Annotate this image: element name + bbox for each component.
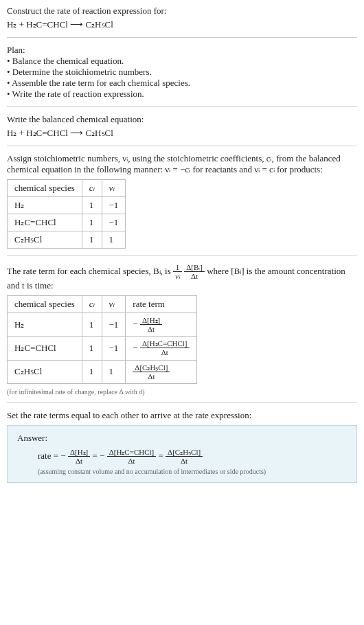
fraction: Δ[H₂C=CHCl] Δt [107, 448, 157, 465]
fraction: Δ[C₂H₅Cl] Δt [133, 363, 170, 380]
rate-terms-table: chemical species cᵢ νᵢ rate term H₂ 1 −1… [7, 295, 197, 384]
answer-expression: rate = − Δ[H₂] Δt = − Δ[H₂C=CHCl] Δt = Δ… [38, 448, 347, 465]
cell-rate-term: − Δ[H₂] Δt [126, 313, 196, 337]
balanced-title: Write the balanced chemical equation: [7, 114, 357, 125]
rate-terms-footnote: (for infinitesimal rate of change, repla… [7, 388, 357, 396]
table-row: H₂C=CHCl 1 −1 [8, 214, 126, 231]
table-header-row: chemical species cᵢ νᵢ rate term [8, 296, 197, 313]
cell-c: 1 [82, 337, 102, 360]
divider [7, 106, 357, 107]
stoich-table: chemical species cᵢ νᵢ H₂ 1 −1 H₂C=CHCl … [7, 179, 126, 249]
col-header: νᵢ [102, 180, 126, 197]
cell-rate-term: − Δ[H₂C=CHCl] Δt [126, 337, 196, 360]
cell-species: C₂H₅Cl [8, 231, 82, 249]
cell-c: 1 [82, 197, 102, 214]
cell-c: 1 [82, 360, 102, 383]
fraction: Δ[Bᵢ] Δt [184, 263, 205, 280]
plan-section: Plan: • Balance the chemical equation. •… [7, 45, 357, 100]
cell-rate-term: Δ[C₂H₅Cl] Δt [126, 360, 196, 383]
final-section: Set the rate terms equal to each other t… [7, 410, 357, 483]
final-instruction: Set the rate terms equal to each other t… [7, 410, 357, 421]
cell-c: 1 [82, 214, 102, 231]
cell-species: C₂H₅Cl [8, 360, 82, 383]
cell-species: H₂C=CHCl [8, 214, 82, 231]
divider [7, 37, 357, 38]
col-header: chemical species [8, 180, 82, 197]
plan-title: Plan: [7, 45, 357, 56]
cell-c: 1 [82, 231, 102, 249]
stoich-section: Assign stoichiometric numbers, νᵢ, using… [7, 153, 357, 249]
cell-v: −1 [102, 313, 126, 337]
fraction: 1 νᵢ [173, 263, 182, 280]
cell-c: 1 [82, 313, 102, 337]
table-header-row: chemical species cᵢ νᵢ [8, 180, 126, 197]
fraction: Δ[C₂H₅Cl] Δt [166, 448, 203, 465]
divider [7, 146, 357, 146]
cell-species: H₂ [8, 313, 82, 337]
fraction: Δ[H₂C=CHCl] Δt [140, 339, 190, 356]
cell-species: H₂C=CHCl [8, 337, 82, 360]
answer-box: Answer: rate = − Δ[H₂] Δt = − Δ[H₂C=CHCl… [7, 425, 357, 483]
intro-title: Construct the rate of reaction expressio… [7, 5, 357, 16]
answer-footnote: (assuming constant volume and no accumul… [38, 468, 347, 475]
plan-item: • Balance the chemical equation. [7, 56, 357, 67]
cell-species: H₂ [8, 197, 82, 214]
rate-terms-section: The rate term for each chemical species,… [7, 263, 357, 396]
intro-equation: H₂ + H₂C=CHCl ⟶ C₂H₅Cl [7, 19, 357, 30]
divider [7, 402, 357, 403]
col-header: νᵢ [102, 296, 126, 313]
table-row: H₂C=CHCl 1 −1 − Δ[H₂C=CHCl] Δt [8, 337, 197, 360]
stoich-text: Assign stoichiometric numbers, νᵢ, using… [7, 153, 357, 175]
rate-terms-text: The rate term for each chemical species,… [7, 263, 357, 291]
cell-v: −1 [102, 197, 126, 214]
cell-v: −1 [102, 214, 126, 231]
cell-v: 1 [102, 360, 126, 383]
col-header: rate term [126, 296, 196, 313]
answer-label: Answer: [17, 433, 347, 444]
balanced-equation: H₂ + H₂C=CHCl ⟶ C₂H₅Cl [7, 128, 357, 139]
plan-item: • Determine the stoichiometric numbers. [7, 67, 357, 78]
intro-section: Construct the rate of reaction expressio… [7, 5, 357, 30]
fraction: Δ[H₂] Δt [68, 448, 90, 465]
col-header: cᵢ [82, 296, 102, 313]
table-row: H₂ 1 −1 − Δ[H₂] Δt [8, 313, 197, 337]
cell-v: 1 [102, 231, 126, 249]
col-header: cᵢ [82, 180, 102, 197]
table-row: C₂H₅Cl 1 1 [8, 231, 126, 249]
balanced-section: Write the balanced chemical equation: H₂… [7, 114, 357, 139]
table-row: H₂ 1 −1 [8, 197, 126, 214]
plan-item: • Assemble the rate term for each chemic… [7, 78, 357, 89]
col-header: chemical species [8, 296, 82, 313]
fraction: Δ[H₂] Δt [140, 316, 162, 333]
divider [7, 255, 357, 256]
plan-item: • Write the rate of reaction expression. [7, 89, 357, 100]
table-row: C₂H₅Cl 1 1 Δ[C₂H₅Cl] Δt [8, 360, 197, 383]
cell-v: −1 [102, 337, 126, 360]
